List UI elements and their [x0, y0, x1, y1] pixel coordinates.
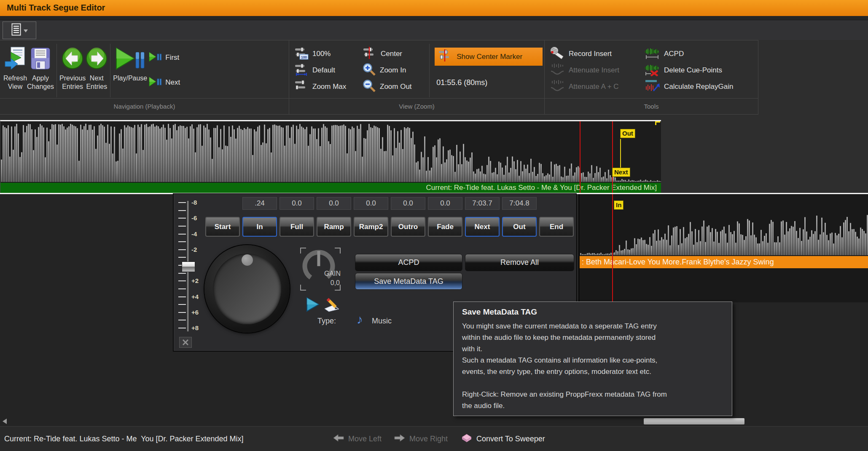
cue-button-in[interactable]: In: [242, 217, 277, 237]
edit-metadata-icon[interactable]: [323, 296, 341, 314]
cue-value-cell[interactable]: 7:04.8: [502, 197, 537, 210]
replaygain-icon: [644, 79, 660, 94]
cue-line-red-2[interactable]: [612, 121, 613, 193]
fader-scale-label: +6: [191, 309, 203, 316]
center-marker-time: 01:55.6 (80ms): [436, 78, 487, 87]
apply-changes-button[interactable]: ApplyChanges: [27, 42, 54, 98]
cue-value-cell[interactable]: 7:03.7: [465, 197, 500, 210]
type-label: Type:: [317, 317, 336, 326]
attenuate-insert-button: Attenuate Insert: [550, 63, 641, 78]
cue-value-cell[interactable]: .24: [242, 197, 277, 210]
music-note-icon: ♪: [357, 312, 363, 327]
cue-button-end[interactable]: End: [539, 217, 574, 237]
ribbon-group-tools: Record InsertAttenuate InsertAttenuate A…: [545, 40, 758, 114]
preview-play-icon[interactable]: [306, 297, 320, 314]
status-bar: Current: Re-Tide feat. Lukas Setto - Me …: [0, 426, 868, 451]
cue-button-next[interactable]: Next: [465, 217, 500, 237]
delete-cue-points-button[interactable]: Delete Cue-Points: [644, 63, 751, 78]
cue-line-red-track2[interactable]: [612, 194, 613, 302]
group-label-tools: Tools: [545, 98, 758, 114]
cue-button-ramp2[interactable]: Ramp2: [354, 217, 388, 237]
microphone-icon: [550, 46, 565, 62]
gain-knob[interactable]: GAIN 0,0: [300, 248, 341, 291]
zoom-default-button[interactable]: Default: [294, 63, 359, 78]
volume-fader: -8-6-4-20+2+4+6+8: [177, 197, 204, 336]
track2-waveform-area[interactable]: : Beth Macari-Love You More.Frank Blythe…: [578, 194, 868, 302]
show-center-marker-toggle[interactable]: Show Center Marker: [435, 48, 543, 66]
first-button[interactable]: First: [149, 51, 193, 64]
fader-thumb[interactable]: [182, 262, 195, 272]
zoom-out-button[interactable]: Zoom Out: [363, 79, 425, 94]
gain-value: 0,0: [331, 279, 340, 287]
track1-waveform-area[interactable]: Current: Re-Tide feat. Lukas Setto - Me …: [0, 120, 661, 193]
fader-scale-label: +8: [191, 324, 203, 331]
refresh-view-icon: [4, 46, 26, 72]
cue-button-full[interactable]: Full: [279, 217, 314, 237]
cue-button-fade[interactable]: Fade: [428, 217, 462, 237]
calculate-replaygain-button[interactable]: Calculate ReplayGain: [644, 79, 751, 94]
center-marker-icon: [438, 49, 452, 64]
volume-knob[interactable]: [204, 245, 290, 333]
multi-track-segue-editor-window: Multi Track Segue Editor RefreshViewAppl…: [0, 0, 868, 451]
next-button[interactable]: Next: [149, 76, 193, 89]
cue-value-cell[interactable]: 0.0: [279, 197, 314, 210]
knob-indicator-dot: [242, 254, 253, 266]
ribbon-group-navigation: RefreshViewApplyChangesPreviousEntriesNe…: [0, 40, 289, 114]
play-pause-icon: [116, 46, 145, 72]
ribbon-toolbar: RefreshViewApplyChangesPreviousEntriesNe…: [0, 40, 868, 115]
acpd-button[interactable]: ACPD: [355, 254, 462, 271]
record-insert-button[interactable]: Record Insert: [550, 46, 641, 62]
menu-bar: [0, 20, 868, 40]
apply-changes-icon: [30, 47, 51, 72]
acpd-button[interactable]: ACPD: [644, 46, 751, 61]
move-right-button: Move Right: [394, 434, 448, 444]
save-metadata-tag-button[interactable]: Save MetaData TAG: [355, 273, 462, 290]
save-metadata-tooltip: Save MetaData TAG You might save the cur…: [453, 302, 732, 416]
ribbon-group-view: 100100%DefaultZoom Max CenterZoom InZoom…: [289, 40, 545, 114]
fader-scale-label: -8: [191, 199, 203, 206]
cue-value-cell[interactable]: 0.0: [428, 197, 462, 210]
chevron-down-icon: [24, 27, 28, 34]
cue-line-red-1[interactable]: [580, 121, 580, 193]
delete-cue-icon: [644, 63, 660, 78]
track1-waveform: [0, 121, 661, 183]
scrollbar-thumb[interactable]: [644, 418, 744, 424]
cue-button-out[interactable]: Out: [502, 217, 537, 237]
zoom-100-button[interactable]: 100100%: [294, 46, 359, 61]
fader-default-icon: [294, 63, 309, 78]
fader-scale-label: +2: [191, 277, 203, 284]
fader-scale-label: -6: [191, 214, 203, 221]
cue-button-start[interactable]: Start: [205, 217, 240, 237]
previous-entries-button[interactable]: PreviousEntries: [59, 42, 86, 98]
cue-button-outro[interactable]: Outro: [391, 217, 425, 237]
type-value[interactable]: Music: [372, 317, 392, 326]
group-label-view: View (Zoom): [289, 98, 544, 114]
zoom-max-button[interactable]: Zoom Max: [294, 79, 359, 94]
play-pause-button[interactable]: Play/Pause: [113, 42, 147, 98]
refresh-view-button[interactable]: RefreshView: [3, 42, 27, 98]
cue-button-ramp[interactable]: Ramp: [317, 217, 351, 237]
convert-to-sweeper-button[interactable]: Convert To Sweeper: [460, 433, 545, 445]
tooltip-body: You might save the current metadata to a…: [462, 320, 723, 411]
next-entries-button[interactable]: NextEntries: [86, 42, 107, 98]
out-marker-connector: [620, 139, 621, 168]
fader-100-icon: 100: [294, 46, 309, 61]
next-entries-icon: [86, 48, 107, 71]
zoom-in-button[interactable]: Zoom In: [363, 63, 425, 78]
cue-value-cell[interactable]: 0.0: [317, 197, 351, 210]
move-left-button: Move Left: [333, 434, 382, 444]
view-menu-button[interactable]: [3, 21, 36, 39]
remove-all-button[interactable]: Remove All: [465, 254, 574, 271]
magnify-plus-icon: [363, 63, 376, 78]
attenuate-a-c-button: Attenuate A + C: [550, 79, 641, 94]
status-current-track: Current: Re-Tide feat. Lukas Setto - Me …: [4, 427, 244, 451]
cue-value-cell[interactable]: 0.0: [354, 197, 388, 210]
next-cue-marker[interactable]: Next: [612, 168, 630, 177]
out-cue-marker[interactable]: Out: [620, 129, 635, 138]
window-titlebar: Multi Track Segue Editor: [0, 0, 868, 16]
panel-close-button[interactable]: [179, 337, 192, 348]
cue-value-cell[interactable]: 0.0: [391, 197, 425, 210]
scroll-left-arrow-icon[interactable]: [2, 418, 7, 426]
center-button[interactable]: Center: [363, 46, 425, 61]
in-cue-marker[interactable]: In: [614, 200, 623, 210]
